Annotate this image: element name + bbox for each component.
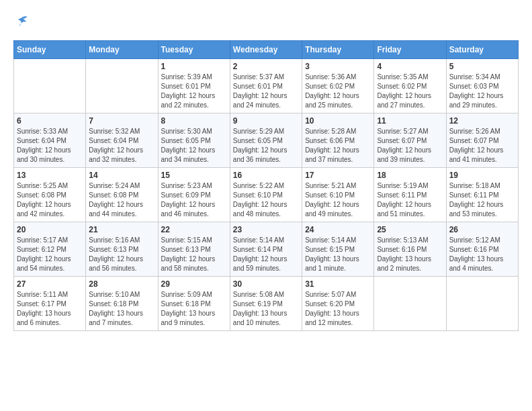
day-info: Sunrise: 5:33 AM Sunset: 6:04 PM Dayligh…: [17, 127, 83, 165]
day-number: 8: [161, 116, 227, 126]
week-row-1: 1Sunrise: 5:39 AM Sunset: 6:01 PM Daylig…: [14, 59, 519, 113]
calendar-cell: 31Sunrise: 5:07 AM Sunset: 6:20 PM Dayli…: [302, 277, 374, 331]
calendar-cell: 9Sunrise: 5:29 AM Sunset: 6:05 PM Daylig…: [230, 113, 302, 168]
calendar-cell: 26Sunrise: 5:12 AM Sunset: 6:16 PM Dayli…: [446, 222, 518, 277]
day-header-tuesday: Tuesday: [158, 41, 230, 59]
day-info: Sunrise: 5:27 AM Sunset: 6:07 PM Dayligh…: [377, 127, 443, 165]
logo-bird-icon: [13, 13, 30, 30]
calendar-cell: 5Sunrise: 5:34 AM Sunset: 6:03 PM Daylig…: [446, 59, 518, 113]
day-info: Sunrise: 5:30 AM Sunset: 6:05 PM Dayligh…: [161, 127, 227, 165]
day-number: 12: [449, 116, 515, 126]
day-number: 4: [377, 62, 443, 71]
day-header-monday: Monday: [86, 41, 158, 59]
calendar-cell: 8Sunrise: 5:30 AM Sunset: 6:05 PM Daylig…: [158, 113, 230, 168]
day-info: Sunrise: 5:25 AM Sunset: 6:08 PM Dayligh…: [17, 181, 83, 219]
day-number: 18: [377, 171, 443, 180]
day-number: 10: [305, 116, 371, 126]
day-info: Sunrise: 5:10 AM Sunset: 6:18 PM Dayligh…: [89, 290, 154, 328]
day-info: Sunrise: 5:29 AM Sunset: 6:05 PM Dayligh…: [233, 127, 299, 165]
calendar-cell: 1Sunrise: 5:39 AM Sunset: 6:01 PM Daylig…: [158, 59, 230, 113]
day-info: Sunrise: 5:19 AM Sunset: 6:11 PM Dayligh…: [377, 181, 443, 219]
calendar-cell: [14, 59, 86, 113]
day-info: Sunrise: 5:24 AM Sunset: 6:08 PM Dayligh…: [89, 181, 154, 219]
day-number: 21: [89, 225, 154, 234]
day-number: 20: [17, 225, 83, 234]
day-number: 11: [377, 116, 443, 126]
day-number: 28: [89, 279, 154, 289]
day-number: 30: [233, 279, 299, 289]
calendar-cell: 25Sunrise: 5:13 AM Sunset: 6:16 PM Dayli…: [374, 222, 446, 277]
day-number: 25: [377, 225, 443, 234]
calendar-cell: 23Sunrise: 5:14 AM Sunset: 6:14 PM Dayli…: [230, 222, 302, 277]
day-number: 1: [161, 62, 227, 71]
day-info: Sunrise: 5:12 AM Sunset: 6:16 PM Dayligh…: [449, 236, 515, 273]
day-header-sunday: Sunday: [14, 41, 86, 59]
week-row-2: 6Sunrise: 5:33 AM Sunset: 6:04 PM Daylig…: [14, 113, 519, 168]
calendar-cell: 22Sunrise: 5:15 AM Sunset: 6:13 PM Dayli…: [158, 222, 230, 277]
calendar-cell: 2Sunrise: 5:37 AM Sunset: 6:01 PM Daylig…: [230, 59, 302, 113]
calendar-header-row: SundayMondayTuesdayWednesdayThursdayFrid…: [14, 41, 519, 59]
calendar-cell: 20Sunrise: 5:17 AM Sunset: 6:12 PM Dayli…: [14, 222, 86, 277]
calendar-cell: [374, 277, 446, 331]
calendar-cell: 28Sunrise: 5:10 AM Sunset: 6:18 PM Dayli…: [86, 277, 158, 331]
calendar-cell: 3Sunrise: 5:36 AM Sunset: 6:02 PM Daylig…: [302, 59, 374, 113]
day-info: Sunrise: 5:14 AM Sunset: 6:15 PM Dayligh…: [305, 236, 371, 273]
calendar-cell: 30Sunrise: 5:08 AM Sunset: 6:19 PM Dayli…: [230, 277, 302, 331]
day-number: 7: [89, 116, 154, 126]
day-number: 5: [449, 62, 515, 71]
calendar-cell: 15Sunrise: 5:23 AM Sunset: 6:09 PM Dayli…: [158, 168, 230, 222]
day-number: 31: [305, 279, 371, 289]
day-number: 9: [233, 116, 299, 126]
day-info: Sunrise: 5:35 AM Sunset: 6:02 PM Dayligh…: [377, 73, 443, 110]
day-info: Sunrise: 5:34 AM Sunset: 6:03 PM Dayligh…: [449, 73, 515, 110]
calendar-cell: [86, 59, 158, 113]
day-number: 3: [305, 62, 371, 71]
calendar-cell: [446, 277, 518, 331]
day-info: Sunrise: 5:07 AM Sunset: 6:20 PM Dayligh…: [305, 290, 371, 328]
calendar-cell: 10Sunrise: 5:28 AM Sunset: 6:06 PM Dayli…: [302, 113, 374, 168]
day-number: 19: [449, 171, 515, 180]
day-info: Sunrise: 5:18 AM Sunset: 6:11 PM Dayligh…: [449, 181, 515, 219]
day-number: 2: [233, 62, 299, 71]
day-header-wednesday: Wednesday: [230, 41, 302, 59]
day-header-saturday: Saturday: [446, 41, 518, 59]
calendar-cell: 21Sunrise: 5:16 AM Sunset: 6:13 PM Dayli…: [86, 222, 158, 277]
day-number: 16: [233, 171, 299, 180]
day-info: Sunrise: 5:08 AM Sunset: 6:19 PM Dayligh…: [233, 290, 299, 328]
day-number: 26: [449, 225, 515, 234]
calendar-cell: 14Sunrise: 5:24 AM Sunset: 6:08 PM Dayli…: [86, 168, 158, 222]
day-info: Sunrise: 5:17 AM Sunset: 6:12 PM Dayligh…: [17, 236, 83, 273]
day-number: 27: [17, 279, 83, 289]
calendar-cell: 18Sunrise: 5:19 AM Sunset: 6:11 PM Dayli…: [374, 168, 446, 222]
logo: [13, 13, 32, 30]
day-number: 23: [233, 225, 299, 234]
week-row-3: 13Sunrise: 5:25 AM Sunset: 6:08 PM Dayli…: [14, 168, 519, 222]
page-header: [13, 13, 519, 30]
day-info: Sunrise: 5:16 AM Sunset: 6:13 PM Dayligh…: [89, 236, 154, 273]
day-number: 15: [161, 171, 227, 180]
calendar-cell: 4Sunrise: 5:35 AM Sunset: 6:02 PM Daylig…: [374, 59, 446, 113]
day-info: Sunrise: 5:32 AM Sunset: 6:04 PM Dayligh…: [89, 127, 154, 165]
day-info: Sunrise: 5:23 AM Sunset: 6:09 PM Dayligh…: [161, 181, 227, 219]
calendar-cell: 29Sunrise: 5:09 AM Sunset: 6:18 PM Dayli…: [158, 277, 230, 331]
day-info: Sunrise: 5:14 AM Sunset: 6:14 PM Dayligh…: [233, 236, 299, 273]
day-header-thursday: Thursday: [302, 41, 374, 59]
calendar-cell: 7Sunrise: 5:32 AM Sunset: 6:04 PM Daylig…: [86, 113, 158, 168]
calendar-cell: 27Sunrise: 5:11 AM Sunset: 6:17 PM Dayli…: [14, 277, 86, 331]
calendar-cell: 6Sunrise: 5:33 AM Sunset: 6:04 PM Daylig…: [14, 113, 86, 168]
calendar-cell: 17Sunrise: 5:21 AM Sunset: 6:10 PM Dayli…: [302, 168, 374, 222]
day-info: Sunrise: 5:15 AM Sunset: 6:13 PM Dayligh…: [161, 236, 227, 273]
day-info: Sunrise: 5:37 AM Sunset: 6:01 PM Dayligh…: [233, 73, 299, 110]
calendar-cell: 13Sunrise: 5:25 AM Sunset: 6:08 PM Dayli…: [14, 168, 86, 222]
day-number: 6: [17, 116, 83, 126]
day-header-friday: Friday: [374, 41, 446, 59]
day-info: Sunrise: 5:13 AM Sunset: 6:16 PM Dayligh…: [377, 236, 443, 273]
calendar-cell: 12Sunrise: 5:26 AM Sunset: 6:07 PM Dayli…: [446, 113, 518, 168]
day-info: Sunrise: 5:28 AM Sunset: 6:06 PM Dayligh…: [305, 127, 371, 165]
day-info: Sunrise: 5:22 AM Sunset: 6:10 PM Dayligh…: [233, 181, 299, 219]
day-number: 13: [17, 171, 83, 180]
day-info: Sunrise: 5:39 AM Sunset: 6:01 PM Dayligh…: [161, 73, 227, 110]
day-number: 14: [89, 171, 154, 180]
day-number: 29: [161, 279, 227, 289]
day-number: 22: [161, 225, 227, 234]
